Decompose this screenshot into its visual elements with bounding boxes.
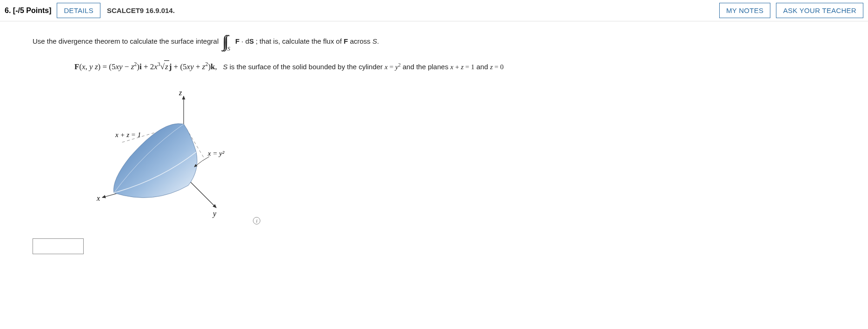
answer-input[interactable] xyxy=(33,238,84,254)
problem-code: SCALCET9 16.9.014. xyxy=(107,7,175,14)
prompt-pre: Use the divergence theorem to calculate … xyxy=(33,36,219,47)
qnum: 6. xyxy=(5,7,11,14)
question-header: 6. [-/5 Points] DETAILS SCALCET9 16.9.01… xyxy=(0,0,868,21)
integral-sub: S xyxy=(227,45,230,53)
formula-line: F(x, y z) = (5xy − z2)i + 2x3√zj + (5xy … xyxy=(74,60,835,73)
plane-label: x + z = 1 xyxy=(115,131,141,138)
prompt-line: Use the divergence theorem to calculate … xyxy=(33,35,835,47)
question-content: Use the divergence theorem to calculate … xyxy=(0,21,868,263)
y-axis-label: y xyxy=(212,210,217,218)
info-icon[interactable]: i xyxy=(253,217,260,224)
details-button[interactable]: DETAILS xyxy=(57,3,100,18)
solid-diagram: z y x x + z = 1 x = y² xyxy=(88,87,246,222)
points-text: [-/5 Points] xyxy=(13,7,52,14)
question-number: 6. [-/5 Points] xyxy=(5,7,51,15)
integrand: F · dS xyxy=(235,36,254,47)
func-head: F xyxy=(74,62,79,71)
prompt-post: ; that is, calculate the flux of F acros… xyxy=(256,36,379,47)
ask-teacher-button[interactable]: ASK YOUR TEACHER xyxy=(776,3,863,18)
integral-symbol: ∫∫ S xyxy=(222,35,232,47)
x-axis-label: x xyxy=(96,194,100,202)
figure: z y x x + z = 1 x = y² i xyxy=(88,87,835,225)
z-axis-label: z xyxy=(179,89,182,97)
my-notes-button[interactable]: MY NOTES xyxy=(719,3,770,18)
surface-desc: S is the surface of the solid bounded by… xyxy=(223,63,504,71)
cylinder-label: x = y² xyxy=(207,150,225,157)
